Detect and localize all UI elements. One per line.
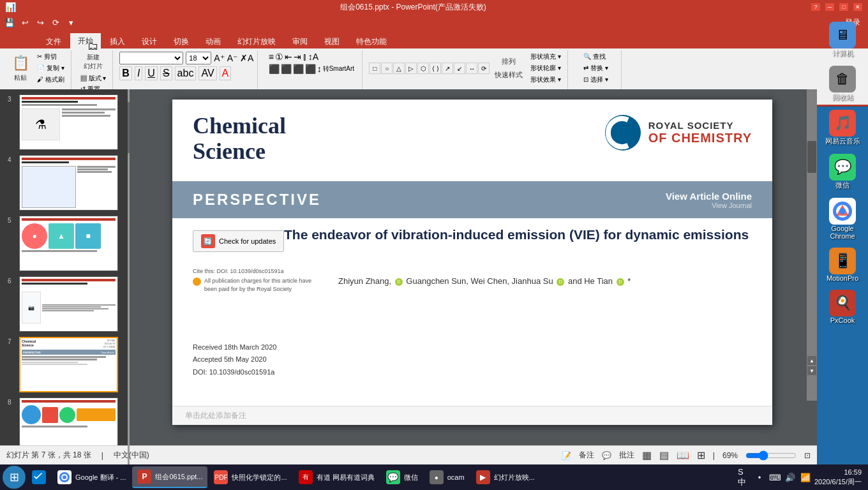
redo-button[interactable]: ↪ — [33, 15, 47, 29]
tab-animations[interactable]: 动画 — [198, 34, 228, 48]
shape-item[interactable]: ▷ — [405, 63, 417, 74]
columns-button[interactable]: ⫿ — [303, 52, 307, 62]
fill-button[interactable]: 形状填充 ▾ — [528, 52, 564, 62]
justify-button[interactable]: ⬛ — [305, 64, 316, 74]
align-center-button[interactable]: ⬛ — [281, 64, 292, 74]
replace-button[interactable]: ⇄ 替换 ▾ — [581, 63, 611, 73]
slide-thumbnail-4[interactable]: 4 — [19, 155, 115, 211]
arrange-button[interactable]: 排列 — [492, 56, 525, 68]
clear-format-button[interactable]: ✗A — [240, 53, 253, 63]
window-controls[interactable]: ? ─ □ ✕ — [811, 3, 863, 11]
taskbar-wechat[interactable]: 💬 微信 — [381, 466, 423, 488]
network-icon[interactable]: 📶 — [799, 471, 812, 484]
taskbar-ocam[interactable]: ● ocam — [424, 466, 470, 488]
outline-button[interactable]: 形状轮廓 ▾ — [528, 63, 564, 73]
notes-area[interactable]: 单击此处添加备注 — [172, 406, 772, 425]
shape-item[interactable]: ⬡ — [417, 63, 429, 74]
paste-button[interactable]: 📋 粘贴 — [9, 53, 32, 84]
format-painter-button[interactable]: 🖌 格式刷 — [34, 75, 67, 85]
tab-file[interactable]: 文件 — [38, 34, 69, 48]
find-button[interactable]: 🔍 查找 — [581, 52, 611, 62]
restore-button[interactable]: □ — [839, 3, 849, 11]
align-right-button[interactable]: ⬛ — [293, 64, 304, 74]
decrease-indent-button[interactable]: ⇤ — [285, 52, 292, 62]
cut-button[interactable]: ✂ 剪切 — [34, 52, 67, 62]
notes-status-label[interactable]: 备注 — [579, 450, 594, 461]
slide-thumbnail-6[interactable]: 6 📷 — [19, 276, 115, 332]
numbering-button[interactable]: ① — [275, 52, 283, 62]
help-button[interactable]: ? — [811, 3, 821, 11]
taskbar-youdao[interactable]: 有 有道 网易有道词典 — [294, 466, 380, 488]
zoom-slider[interactable] — [745, 451, 797, 460]
desktop-icon-chrome[interactable]: Google Chrome — [821, 195, 864, 242]
text-direction-button[interactable]: ↕A — [308, 52, 318, 62]
bullets-button[interactable]: ≡ — [269, 52, 274, 62]
font-increase-button[interactable]: A⁺ — [214, 53, 224, 63]
minimize-button[interactable]: ─ — [825, 3, 835, 11]
smartart-button[interactable]: 转SmartArt — [323, 64, 354, 73]
taskbar-slideshow[interactable]: ▶ 幻灯片放映... — [471, 466, 540, 488]
shape-item[interactable]: ⟨ ⟩ — [430, 63, 441, 74]
slide-thumbnail-8[interactable]: 8 — [19, 397, 115, 445]
slide-canvas[interactable]: Chemical Science ROYAL SOCIETY OF CHEMIS… — [172, 100, 772, 425]
copy-button[interactable]: 📄 复制 ▾ — [34, 63, 67, 73]
new-slide-button[interactable]: 🗂 新建幻灯片 — [81, 38, 105, 72]
shape-item[interactable]: ↙ — [454, 63, 465, 74]
canvas-scrollbar-thumb[interactable] — [807, 141, 816, 173]
check-updates-button[interactable]: 🔄 Check for updates — [193, 230, 284, 252]
bold-button[interactable]: B — [119, 66, 132, 80]
strikethrough-button[interactable]: S — [160, 66, 172, 80]
tab-view[interactable]: 视图 — [317, 34, 347, 48]
close-button[interactable]: ✕ — [853, 3, 863, 11]
font-color-button[interactable]: A — [220, 66, 232, 80]
vertical-scrollbar-thumb[interactable] — [128, 102, 130, 153]
taskbar-pdf[interactable]: PDF 快照化学锁定的... — [209, 466, 292, 488]
comments-status-icon[interactable]: 💬 — [602, 451, 611, 460]
italic-button[interactable]: I — [135, 66, 142, 80]
quick-styles-button[interactable]: 快速样式 — [492, 69, 525, 81]
shape-item[interactable]: ○ — [381, 63, 393, 74]
start-button[interactable]: ⊞ — [3, 466, 26, 489]
desktop-icon-wechat[interactable]: 💬 微信 — [821, 151, 864, 193]
increase-indent-button[interactable]: ⇥ — [294, 52, 301, 62]
keyboard-icon[interactable]: ⌨ — [768, 471, 781, 484]
layout-button[interactable]: ▦ 版式 ▾ — [78, 73, 109, 84]
taskbar-vscode[interactable] — [27, 466, 51, 488]
line-spacing-button[interactable]: ↕ — [317, 64, 322, 74]
shape-item[interactable]: ↗ — [442, 63, 453, 74]
scroll-down-button[interactable]: ▼ — [807, 366, 816, 375]
effects-button[interactable]: 形状效果 ▾ — [528, 75, 564, 85]
desktop-icon-pxcook[interactable]: 🍳 PxCook — [821, 287, 864, 327]
ime-icon[interactable]: S中 — [738, 471, 751, 484]
canvas-scrollbar-track[interactable]: ▲ ▼ — [807, 89, 817, 401]
underline-button[interactable]: U — [145, 66, 158, 80]
tab-transitions[interactable]: 切换 — [166, 34, 197, 48]
font-decrease-button[interactable]: A⁻ — [227, 53, 237, 63]
save-button[interactable]: 💾 — [3, 15, 17, 29]
tab-special[interactable]: 特色功能 — [348, 34, 394, 48]
slide-thumbnail-3[interactable]: 3 ⚗ — [19, 94, 115, 150]
select-button[interactable]: ⊡ 选择 ▾ — [581, 75, 611, 85]
font-size-select[interactable]: 18 — [186, 52, 211, 64]
desktop-icon-netease[interactable]: 🎵 网易云音乐 — [821, 107, 864, 149]
view-outline-button[interactable]: ▤ — [659, 449, 669, 461]
shape-item[interactable]: □ — [369, 63, 380, 74]
shape-item[interactable]: ⟳ — [478, 63, 490, 74]
taskbar-ppt[interactable]: P 组会0615.ppt... — [132, 466, 207, 488]
desktop-icon-recycle[interactable]: 🗑 回收站 — [821, 63, 864, 105]
shape-item[interactable]: ↔ — [466, 63, 477, 74]
comments-status-label[interactable]: 批注 — [619, 450, 634, 461]
customize-quick-access[interactable]: ▾ — [64, 15, 78, 29]
taskbar-chrome[interactable]: Google 翻译 - ... — [52, 466, 131, 488]
slide-thumbnail-5[interactable]: 5 ● ▲ ■ — [19, 216, 115, 271]
refresh-button[interactable]: ⟳ — [49, 15, 63, 29]
fit-button[interactable]: ⊡ — [804, 451, 811, 460]
char-spacing-button[interactable]: AV — [198, 66, 216, 80]
notes-status-icon[interactable]: 📝 — [562, 451, 571, 460]
shape-item[interactable]: △ — [393, 63, 405, 74]
view-reading-button[interactable]: 📖 — [677, 449, 689, 461]
scroll-buttons[interactable]: ▲ ▼ — [807, 356, 817, 375]
tab-slideshow[interactable]: 幻灯片放映 — [230, 34, 283, 48]
align-left-button[interactable]: ⬛ — [269, 64, 280, 74]
undo-button[interactable]: ↩ — [18, 15, 32, 29]
